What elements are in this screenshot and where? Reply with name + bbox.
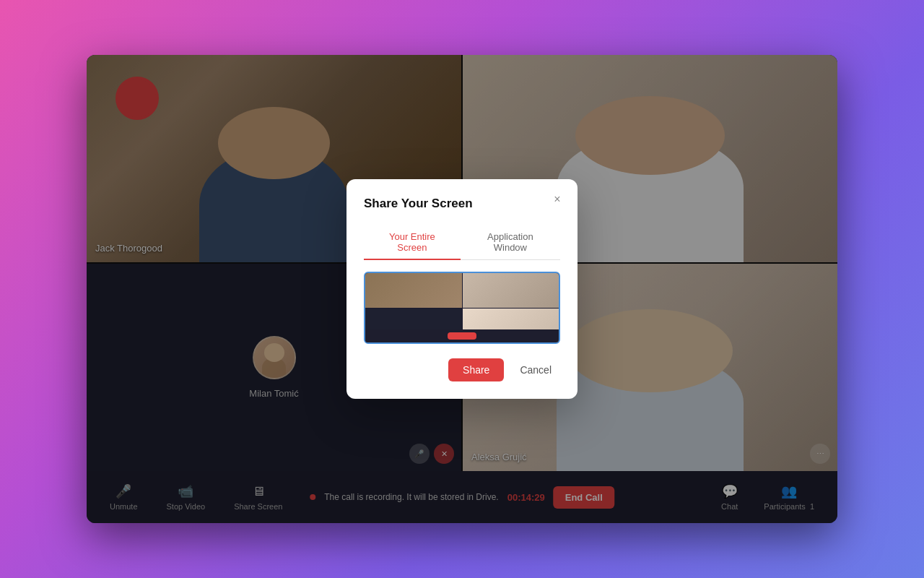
preview-cell-woman [463, 273, 559, 308]
preview-end-btn [448, 332, 476, 340]
modal-tabs: Your Entire Screen Application Window [364, 225, 560, 260]
modal-close-button[interactable]: × [549, 191, 566, 208]
modal-cancel-button[interactable]: Cancel [511, 358, 560, 381]
share-screen-modal: Share Your Screen × Your Entire Screen A… [346, 179, 578, 399]
screen-preview [364, 272, 560, 344]
modal-share-button[interactable]: Share [448, 358, 504, 381]
preview-cell-jack [365, 273, 462, 308]
tab-application-window[interactable]: Application Window [461, 225, 560, 260]
modal-title: Share Your Screen [364, 197, 560, 211]
preview-bottom-bar [365, 329, 559, 342]
app-window: Jack Thorogood Milan Tomić 🎤 ✕ Aleksa Gr… [87, 55, 837, 523]
modal-overlay: Share Your Screen × Your Entire Screen A… [87, 55, 837, 523]
tab-entire-screen[interactable]: Your Entire Screen [364, 225, 461, 260]
modal-actions: Share Cancel [364, 358, 560, 381]
